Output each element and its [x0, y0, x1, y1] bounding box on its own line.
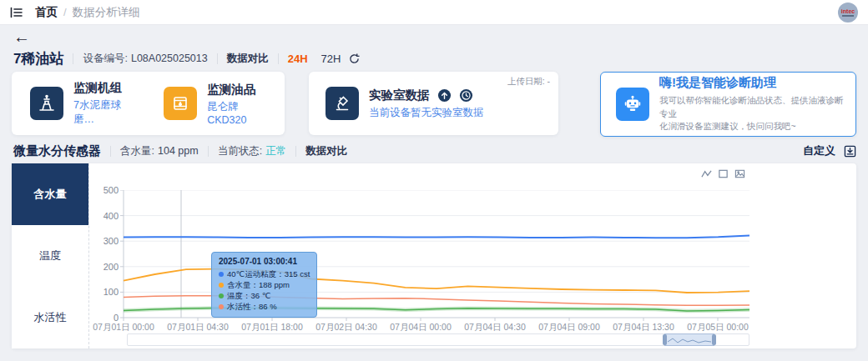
divider — [73, 53, 73, 64]
monitor-unit-title: 监测机组 — [73, 80, 140, 96]
lab-subtitle: 当前设备暂无实验室数据 — [369, 106, 484, 120]
datazoom-handle-right[interactable] — [712, 334, 716, 345]
avatar[interactable]: intec — [838, 3, 858, 23]
x-tick-label: 07月04日 13:30 — [613, 322, 674, 333]
breadcrumb-separator: / — [63, 6, 67, 18]
avatar-logo-text: intec — [841, 8, 855, 14]
device-no-value: L08A025025013 — [131, 53, 208, 64]
x-tick-label: 07月05日 00:00 — [687, 322, 749, 333]
tooltip-row: 水活性：86 % — [219, 301, 310, 312]
chart-tooltip: 2025-07-01 03:00:41 40℃运动粘度：315 cst 含水量：… — [211, 252, 317, 318]
monitor-oil-title: 监测油品 — [207, 82, 276, 98]
x-tick-label: 07月04日 00:00 — [390, 322, 452, 333]
y-tick-label: 400 — [90, 211, 119, 221]
sensor-chart-card: 含水量 温度 水活性 0100200300400500 07月01日 00:00… — [12, 163, 856, 348]
monitor-oil-subtitle[interactable]: 昆仑牌CKD320 — [207, 100, 276, 126]
monitor-unit-subtitle[interactable]: 7水泥磨球磨… — [73, 98, 140, 127]
tab-temperature[interactable]: 温度 — [12, 225, 88, 287]
range-72h-button[interactable]: 72H — [321, 53, 341, 65]
line-type-icon[interactable] — [701, 168, 712, 179]
refresh-icon[interactable] — [349, 53, 360, 64]
lab-title: 实验室数据 — [369, 88, 430, 103]
station-name: 7稀油站 — [13, 49, 63, 68]
sensor-section-header: 微量水分传感器 含水量: 104 ppm 当前状态: 正常 数据对比 自定义 — [13, 142, 856, 160]
ai-assistant-card[interactable]: 嗨!我是智能诊断助理 我可以帮你智能化诊断油品状态、提供油液诊断专业 化润滑设备… — [600, 72, 856, 137]
tooltip-row: 含水量：188 ppm — [219, 279, 310, 290]
x-tick-label: 07月02日 04:30 — [315, 322, 377, 333]
chart-metric-tabs: 含水量 温度 水活性 — [12, 163, 89, 348]
machine-icon — [30, 87, 63, 120]
y-tick-label: 200 — [90, 262, 119, 272]
water-content-value: 104 ppm — [158, 145, 199, 157]
datazoom-slider[interactable] — [127, 333, 749, 346]
divider — [110, 146, 111, 157]
y-tick-label: 300 — [90, 236, 119, 246]
tooltip-row: 温度：36 ℃ — [219, 290, 310, 301]
device-no-label: 设备编号: — [83, 52, 127, 66]
x-tick-label: 07月01日 04:30 — [167, 322, 229, 333]
download-icon[interactable] — [844, 145, 856, 158]
topbar: 首页 / 数据分析详细 intec — [0, 0, 868, 25]
y-tick-label: 500 — [90, 185, 119, 195]
datazoom-window[interactable] — [664, 333, 714, 346]
sensor-data-compare-link[interactable]: 数据对比 — [305, 144, 347, 158]
divider — [217, 53, 218, 64]
status-badge: 正常 — [265, 144, 286, 158]
robot-icon — [616, 88, 649, 121]
history-clock-icon[interactable] — [459, 88, 473, 103]
ai-assistant-desc: 我可以帮你智能化诊断油品状态、提供油液诊断专业 化润滑设备监测建议，快问问我吧~ — [659, 94, 845, 133]
chart-toolbox — [701, 168, 745, 179]
back-button[interactable]: ← — [13, 28, 30, 46]
upload-icon[interactable] — [437, 88, 452, 103]
monitor-oil-item[interactable]: 监测油品 昆仑牌CKD320 — [164, 82, 276, 126]
divider — [278, 53, 279, 64]
breadcrumb-current: 数据分析详细 — [73, 5, 140, 20]
save-image-icon[interactable] — [734, 168, 745, 179]
y-tick-label: 100 — [90, 287, 119, 297]
lab-data-card: 上传日期: - 实验室数据 当前设备暂无实验室数据 — [309, 72, 558, 135]
tooltip-row: 40℃运动粘度：315 cst — [219, 268, 310, 279]
x-tick-label: 07月04日 04:30 — [464, 322, 526, 333]
data-compare-link[interactable]: 数据对比 — [227, 52, 269, 66]
x-tick-label: 07月01日 18:00 — [241, 322, 303, 333]
upload-date: 上传日期: - — [507, 76, 550, 88]
ai-assistant-title: 嗨!我是智能诊断助理 — [659, 75, 845, 91]
microscope-icon — [326, 87, 359, 120]
monitor-unit-item[interactable]: 监测机组 7水泥磨球磨… — [30, 80, 140, 127]
monitor-cards: 监测机组 7水泥磨球磨… 监测油品 昆仑牌CKD320 — [12, 72, 285, 135]
sensor-title: 微量水分传感器 — [13, 143, 101, 159]
tab-water-activity[interactable]: 水活性 — [12, 287, 88, 348]
divider — [208, 146, 209, 157]
menu-fold-icon[interactable] — [10, 7, 23, 18]
customize-button[interactable]: 自定义 — [803, 143, 835, 158]
tab-water-content[interactable]: 含水量 — [12, 163, 88, 225]
datazoom-handle-left[interactable] — [663, 334, 667, 345]
device-header: 7稀油站 设备编号: L08A025025013 数据对比 24H 72H — [13, 48, 360, 68]
x-tick-label: 07月04日 09:00 — [538, 322, 600, 333]
status-label: 当前状态: — [218, 144, 262, 158]
range-24h-button[interactable]: 24H — [288, 53, 308, 65]
zoom-box-icon[interactable] — [718, 168, 729, 179]
tooltip-time: 2025-07-01 03:00:41 — [219, 257, 310, 266]
oil-drum-icon — [164, 87, 197, 120]
water-content-label: 含水量: — [120, 144, 154, 158]
x-tick-label: 07月01日 00:00 — [93, 322, 154, 333]
breadcrumb-home[interactable]: 首页 — [35, 5, 58, 20]
divider — [295, 146, 296, 157]
